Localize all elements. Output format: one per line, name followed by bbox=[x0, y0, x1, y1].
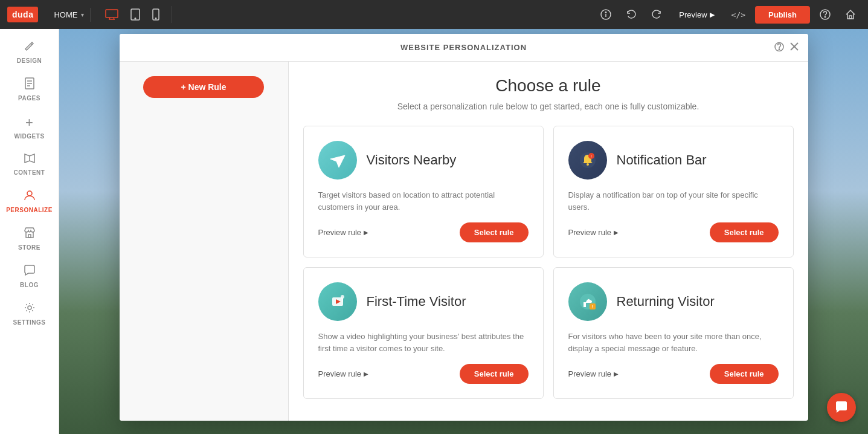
choose-rule-header: Choose a rule Select a personalization r… bbox=[303, 62, 794, 121]
svg-rect-21 bbox=[28, 235, 31, 238]
choose-rule-title: Choose a rule bbox=[303, 76, 794, 96]
design-icon bbox=[24, 40, 36, 55]
preview-rule-link[interactable]: Preview rule ▶ bbox=[568, 228, 619, 237]
sidebar-item-content[interactable]: CONTENT bbox=[2, 147, 57, 182]
page-selector[interactable]: HOME ▾ bbox=[48, 8, 91, 22]
code-editor-button[interactable]: </> bbox=[727, 7, 750, 22]
sidebar-item-label: STORE bbox=[18, 244, 40, 251]
rule-card-footer: Preview rule ▶ Select rule bbox=[318, 222, 529, 242]
rule-card-first-time-visitor[interactable]: First-Time Visitor Show a video highligh… bbox=[303, 267, 544, 399]
rule-card-returning-visitor[interactable]: ! Returning Visitor For visitors who hav… bbox=[553, 267, 794, 399]
sidebar: DESIGN PAGES + WIDGETS bbox=[0, 29, 59, 434]
modal-close-button[interactable] bbox=[790, 42, 799, 53]
modal-help-button[interactable] bbox=[774, 42, 784, 53]
pages-icon bbox=[24, 77, 35, 92]
svg-point-33 bbox=[341, 295, 344, 299]
preview-rule-link[interactable]: Preview rule ▶ bbox=[318, 228, 369, 237]
modal-left-panel: + New Rule bbox=[120, 34, 289, 421]
redo-button[interactable] bbox=[646, 7, 667, 22]
sidebar-item-label: BLOG bbox=[20, 282, 39, 288]
undo-button[interactable] bbox=[621, 7, 641, 22]
rules-grid: Visitors Nearby Target visitors based on… bbox=[303, 121, 794, 404]
svg-point-28 bbox=[587, 163, 589, 166]
preview-arrow-icon: ▶ bbox=[364, 371, 368, 377]
sidebar-item-store[interactable]: STORE bbox=[2, 221, 57, 257]
close-icon bbox=[790, 42, 799, 51]
rule-card-notification-bar[interactable]: ! Notification Bar Display a notificatio… bbox=[553, 126, 794, 257]
info-icon bbox=[600, 9, 611, 20]
personalization-modal: WEBSITE PERSONALIZATION bbox=[120, 34, 808, 421]
rule-name: Visitors Nearby bbox=[367, 152, 457, 168]
sidebar-item-blog[interactable]: BLOG bbox=[2, 258, 57, 294]
select-rule-button[interactable]: Select rule bbox=[460, 222, 529, 242]
preview-label: Preview bbox=[679, 10, 707, 19]
preview-link-text: Preview rule bbox=[568, 369, 612, 378]
svg-line-14 bbox=[31, 44, 32, 45]
personalize-icon bbox=[24, 189, 36, 204]
svg-point-7 bbox=[156, 18, 156, 19]
redo-icon bbox=[651, 9, 662, 20]
help-button[interactable] bbox=[815, 7, 835, 22]
new-rule-button[interactable]: + New Rule bbox=[143, 76, 264, 98]
sidebar-item-design[interactable]: DESIGN bbox=[2, 34, 57, 70]
code-icon: </> bbox=[731, 10, 745, 19]
preview-arrow-icon: ▶ bbox=[614, 229, 619, 236]
select-rule-button[interactable]: Select rule bbox=[710, 364, 779, 384]
rule-card-header: ! Notification Bar bbox=[568, 141, 779, 180]
sidebar-item-widgets[interactable]: + WIDGETS bbox=[2, 109, 57, 146]
svg-point-5 bbox=[135, 18, 137, 19]
content-icon bbox=[24, 153, 36, 167]
chevron-down-icon: ▾ bbox=[81, 11, 84, 18]
home-button[interactable] bbox=[840, 7, 861, 22]
sidebar-item-label: DESIGN bbox=[17, 57, 42, 64]
help-circle-icon bbox=[774, 42, 784, 51]
content-area: WEBSITE PERSONALIZATION bbox=[59, 29, 868, 434]
rule-name: Returning Visitor bbox=[617, 294, 715, 309]
rule-description: For visitors who have been to your site … bbox=[568, 331, 779, 354]
modal-right-panel: Choose a rule Select a personalization r… bbox=[289, 34, 808, 421]
sidebar-item-settings[interactable]: SETTINGS bbox=[2, 296, 57, 332]
logo[interactable]: duda bbox=[7, 7, 38, 22]
widgets-icon: + bbox=[25, 115, 33, 131]
publish-button[interactable]: Publish bbox=[755, 6, 810, 24]
mobile-icon bbox=[152, 8, 159, 21]
rule-description: Target visitors based on location to att… bbox=[318, 189, 529, 213]
tablet-view-button[interactable] bbox=[126, 6, 145, 23]
visitors-nearby-icon bbox=[318, 141, 357, 180]
chat-bubble[interactable] bbox=[827, 393, 856, 422]
sidebar-item-personalize[interactable]: PERSONALIZE bbox=[2, 183, 57, 219]
svg-point-10 bbox=[606, 12, 607, 13]
rule-card-footer: Preview rule ▶ Select rule bbox=[318, 364, 529, 384]
preview-arrow-icon: ▶ bbox=[364, 229, 368, 236]
sidebar-item-label: WIDGETS bbox=[14, 133, 44, 140]
store-icon bbox=[24, 227, 36, 242]
svg-rect-0 bbox=[106, 10, 118, 18]
preview-rule-link[interactable]: Preview rule ▶ bbox=[568, 369, 619, 378]
preview-arrow-icon: ▶ bbox=[614, 371, 619, 377]
home-icon bbox=[845, 9, 856, 20]
svg-text:!: ! bbox=[591, 305, 593, 309]
settings-icon bbox=[24, 302, 36, 317]
rule-name: First-Time Visitor bbox=[367, 294, 466, 309]
select-rule-button[interactable]: Select rule bbox=[710, 222, 779, 242]
svg-point-12 bbox=[825, 16, 826, 18]
notification-bar-icon: ! bbox=[568, 141, 607, 180]
preview-button[interactable]: Preview ▶ bbox=[672, 7, 721, 22]
preview-rule-link[interactable]: Preview rule ▶ bbox=[318, 369, 369, 378]
info-button[interactable] bbox=[596, 7, 616, 22]
help-icon bbox=[820, 9, 831, 20]
desktop-view-button[interactable] bbox=[100, 7, 123, 22]
rule-card-header: Visitors Nearby bbox=[318, 141, 529, 180]
sidebar-item-label: PAGES bbox=[18, 95, 40, 102]
preview-link-text: Preview rule bbox=[318, 369, 362, 378]
sidebar-item-label: PERSONALIZE bbox=[6, 207, 53, 213]
rule-card-header: ! Returning Visitor bbox=[568, 282, 779, 321]
mobile-view-button[interactable] bbox=[147, 6, 164, 23]
sidebar-item-label: CONTENT bbox=[14, 169, 45, 176]
chat-icon bbox=[835, 401, 848, 414]
rule-card-visitors-nearby[interactable]: Visitors Nearby Target visitors based on… bbox=[303, 126, 544, 257]
rule-description: Display a notification bar on top of you… bbox=[568, 189, 779, 213]
preview-link-text: Preview rule bbox=[318, 228, 362, 237]
select-rule-button[interactable]: Select rule bbox=[460, 364, 529, 384]
sidebar-item-pages[interactable]: PAGES bbox=[2, 71, 57, 108]
